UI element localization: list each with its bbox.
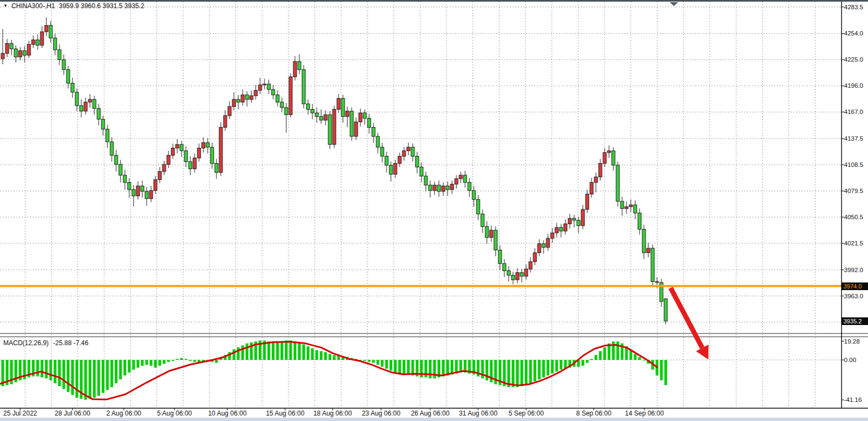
axis-label: 4021.5 xyxy=(844,240,863,246)
macd-bar xyxy=(176,359,179,360)
price-axis-labels[interactable]: 4283.54254.04225.04196.04167.04137.54108… xyxy=(841,4,863,299)
candle xyxy=(84,98,87,115)
candle xyxy=(237,95,240,109)
candle xyxy=(272,85,275,99)
candle xyxy=(337,94,340,113)
candle xyxy=(254,85,257,99)
macd-bar xyxy=(71,360,74,395)
chart-shift-marker-icon[interactable] xyxy=(670,2,678,6)
candle xyxy=(136,182,140,200)
macd-bar xyxy=(41,360,44,377)
macd-bar xyxy=(407,360,410,375)
macd-bar xyxy=(63,360,65,389)
candle xyxy=(184,146,188,167)
macd-bar xyxy=(172,360,174,361)
current-price-badge: 3935.2 xyxy=(842,317,868,325)
symbol-dropdown-icon[interactable]: ▼ xyxy=(3,3,8,9)
axis-label: 14 Sep 06:00 xyxy=(625,410,664,417)
window-top-border xyxy=(0,0,868,2)
candle xyxy=(298,55,301,74)
macd-bar xyxy=(529,360,532,383)
macd-bar xyxy=(368,360,371,362)
macd-bar xyxy=(119,360,122,380)
macd-bar xyxy=(311,348,314,360)
macd-bar xyxy=(329,354,331,360)
candle xyxy=(446,182,449,196)
macd-bar xyxy=(385,360,388,369)
candle xyxy=(276,91,279,107)
candle xyxy=(302,65,305,108)
candle xyxy=(224,110,227,131)
candle xyxy=(267,80,270,94)
axis-label: 2 Aug 06:00 xyxy=(106,410,141,417)
candle xyxy=(503,259,506,277)
macd-bar xyxy=(194,360,196,362)
chart-window[interactable]: 4283.54254.04225.04196.04167.04137.54108… xyxy=(0,0,868,421)
candle xyxy=(162,161,166,175)
candle xyxy=(581,205,584,230)
axis-label: 19.28 xyxy=(844,338,860,345)
macd-bar xyxy=(93,360,96,398)
macd-bar xyxy=(102,360,105,393)
macd-bar xyxy=(442,360,445,376)
macd-bar xyxy=(394,360,397,372)
candle xyxy=(577,216,580,233)
candle xyxy=(289,73,292,117)
macd-bar xyxy=(429,360,432,378)
grid-layer xyxy=(0,2,841,408)
candle xyxy=(529,257,532,273)
axis-label: 4283.5 xyxy=(844,4,863,10)
candle xyxy=(49,21,52,43)
macd-bar xyxy=(290,340,292,360)
macd-bar xyxy=(516,360,519,387)
candle xyxy=(533,248,537,265)
candle xyxy=(594,172,598,192)
candle xyxy=(625,201,628,214)
macd-bar xyxy=(50,360,52,380)
candle xyxy=(634,200,637,219)
candle xyxy=(402,147,406,161)
macd-bar xyxy=(89,360,92,399)
candle xyxy=(346,106,349,127)
candle xyxy=(114,150,118,172)
candle xyxy=(154,176,157,194)
candle xyxy=(232,92,236,110)
time-axis-labels[interactable]: 25 Jul 202228 Jul 06:002 Aug 06:005 Aug … xyxy=(3,408,664,418)
candle xyxy=(197,143,201,161)
macd-bar xyxy=(508,360,510,387)
candle xyxy=(555,223,558,237)
candle xyxy=(642,225,646,259)
candle xyxy=(132,185,135,207)
macd-bar xyxy=(399,360,401,374)
macd-bar xyxy=(233,349,236,360)
candle xyxy=(599,159,602,181)
candle xyxy=(350,107,353,141)
candle xyxy=(141,181,144,197)
macd-bar xyxy=(294,341,297,360)
candle xyxy=(516,268,519,284)
candle xyxy=(572,215,576,227)
macd-bar xyxy=(521,360,523,386)
macd-bar xyxy=(595,355,598,360)
macd-bar xyxy=(630,350,632,360)
macd-bar xyxy=(45,360,48,378)
candle xyxy=(568,214,571,228)
axis-label: 10 Aug 06:00 xyxy=(208,410,247,417)
candle xyxy=(32,35,35,48)
macd-bar xyxy=(132,360,135,370)
chart-canvas[interactable]: 4283.54254.04225.04196.04167.04137.54108… xyxy=(0,0,868,421)
axis-label: 3992.0 xyxy=(844,267,863,273)
macd-bar xyxy=(307,346,310,360)
candle xyxy=(80,99,83,117)
candle xyxy=(385,152,388,172)
candle xyxy=(507,266,510,281)
candle xyxy=(459,172,462,184)
candle xyxy=(258,78,262,94)
candle xyxy=(171,143,174,159)
macd-axis-labels[interactable]: 19.280.00-41.16 xyxy=(841,338,862,404)
candle xyxy=(36,34,39,50)
candle xyxy=(219,122,222,176)
trend-arrow[interactable] xyxy=(671,288,708,359)
candle xyxy=(123,170,126,189)
macd-bar xyxy=(333,355,336,360)
